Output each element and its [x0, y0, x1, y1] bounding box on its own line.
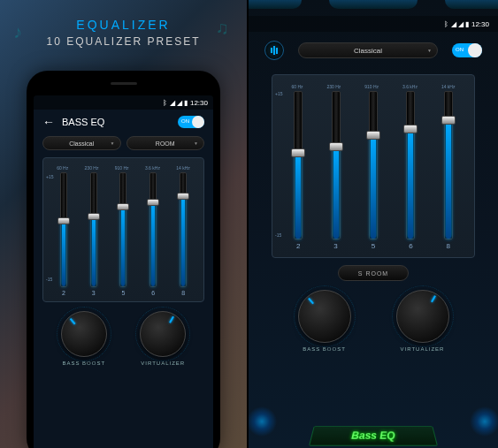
toggle-knob: [192, 116, 204, 128]
slider-value: 5: [122, 290, 126, 296]
preset-dropdown[interactable]: Classical: [42, 136, 121, 150]
slider-value: 2: [62, 290, 65, 296]
power-toggle[interactable]: ON: [452, 43, 482, 57]
eq-slider[interactable]: 3: [327, 91, 345, 250]
slider-value: 2: [296, 242, 300, 250]
virtualizer-knob[interactable]: VIRTUALIZER: [140, 311, 186, 366]
slider-thumb[interactable]: [441, 116, 456, 125]
eq-slider[interactable]: 8: [440, 91, 457, 250]
glow-lamp-icon: [249, 404, 280, 439]
slider-thumb[interactable]: [366, 131, 380, 140]
glow-lamp-icon: [467, 404, 498, 439]
eq-slider[interactable]: 2: [289, 91, 307, 250]
bluetooth-icon: ᛒ: [444, 20, 448, 28]
dropdown-row: Classical ROOM: [34, 136, 213, 150]
header-title: BASS EQ: [62, 117, 171, 127]
top-frame-deco: [249, 0, 498, 16]
slider-thumb[interactable]: [177, 193, 189, 200]
knobs-row: BASS BOOST VIRTUALIZER: [34, 311, 213, 366]
battery-icon: ▮: [184, 99, 188, 107]
music-note-icon: ♫: [216, 18, 229, 38]
phone-speaker: [111, 82, 137, 85]
signal-icon: ◢: [177, 99, 181, 107]
signal-icon: ◢: [170, 99, 174, 107]
power-toggle[interactable]: ON: [178, 116, 204, 128]
status-bar: ᛒ ◢ ◢ ▮ 12:30: [249, 16, 498, 32]
app-name-banner: Bass EQ: [309, 426, 438, 446]
eq-slider[interactable]: 5: [114, 172, 132, 296]
slider-value: 6: [409, 242, 412, 250]
bluetooth-icon: ᛒ: [163, 99, 167, 107]
slider-thumb[interactable]: [147, 199, 159, 206]
signal-icon: ◢: [451, 20, 456, 28]
virtualizer-knob[interactable]: VIRTUALIZER: [396, 290, 449, 352]
freq-labels: 60 Hz 230 Hz 910 Hz 3.6 kHz 14 kHz: [49, 165, 198, 171]
slider-value: 3: [333, 242, 337, 250]
eq-sliders: 23568: [280, 91, 467, 250]
status-time: 12:30: [190, 99, 208, 107]
knobs-row: BASS BOOST VIRTUALIZER: [249, 290, 498, 352]
slider-value: 5: [372, 242, 375, 250]
promo-panel-left: ♪ ♫ EQUALIZER 10 EQUALIZER PRESET ᛒ ◢ ◢ …: [0, 0, 247, 448]
status-time: 12:30: [471, 20, 489, 28]
toggle-knob: [468, 43, 482, 57]
panel-title: EQUALIZER: [0, 0, 247, 32]
slider-thumb[interactable]: [291, 148, 305, 157]
slider-thumb[interactable]: [88, 213, 100, 220]
signal-icon: ◢: [458, 20, 463, 28]
eq-slider[interactable]: 8: [174, 172, 192, 296]
eq-sliders: 23568: [49, 172, 198, 296]
slider-thumb[interactable]: [329, 142, 343, 151]
eq-icon[interactable]: [264, 41, 284, 60]
app-header: ← BASS EQ ON: [34, 110, 213, 134]
eq-panel: 60 Hz 230 Hz 910 Hz 3.6 kHz 14 kHz +15 -…: [42, 157, 204, 302]
bottom-frame-deco: Bass EQ: [249, 395, 498, 448]
phone-screen: ᛒ ◢ ◢ ▮ 12:30 ← BASS EQ ON Classical ROO…: [34, 95, 213, 448]
back-arrow-icon[interactable]: ←: [42, 115, 55, 129]
slider-thumb[interactable]: [403, 125, 418, 133]
music-note-icon: ♪: [13, 22, 22, 42]
slider-value: 6: [151, 290, 155, 296]
panel-subtitle: 10 EQUALIZER PRESET: [0, 35, 247, 48]
eq-slider[interactable]: 2: [55, 172, 73, 296]
eq-slider[interactable]: 5: [364, 91, 382, 250]
slider-thumb[interactable]: [57, 217, 70, 224]
slider-thumb[interactable]: [117, 203, 129, 210]
app-header: Classical ON: [249, 34, 498, 67]
sroom-button[interactable]: S ROOM: [338, 265, 409, 281]
battery-icon: ▮: [465, 20, 469, 28]
preset-dropdown[interactable]: Classical: [298, 42, 438, 58]
status-bar: ᛒ ◢ ◢ ▮ 12:30: [34, 95, 213, 110]
promo-panel-right: ᛒ ◢ ◢ ▮ 12:30 Classical ON 60 Hz 230 Hz …: [249, 0, 498, 448]
slider-value: 3: [92, 290, 96, 296]
bass-boost-knob[interactable]: BASS BOOST: [61, 311, 107, 366]
freq-labels: 60 Hz 230 Hz 910 Hz 3.6 kHz 14 kHz: [280, 84, 467, 89]
bass-boost-knob[interactable]: BASS BOOST: [298, 290, 351, 352]
slider-value: 8: [447, 242, 450, 250]
slider-value: 8: [181, 290, 185, 296]
eq-slider[interactable]: 3: [85, 172, 103, 296]
eq-slider[interactable]: 6: [402, 91, 419, 250]
eq-slider[interactable]: 6: [144, 172, 162, 296]
eq-panel: 60 Hz 230 Hz 910 Hz 3.6 kHz 14 kHz +15 -…: [272, 74, 475, 258]
phone-mockup: ᛒ ◢ ◢ ▮ 12:30 ← BASS EQ ON Classical ROO…: [27, 71, 220, 448]
room-dropdown[interactable]: ROOM: [126, 136, 205, 150]
